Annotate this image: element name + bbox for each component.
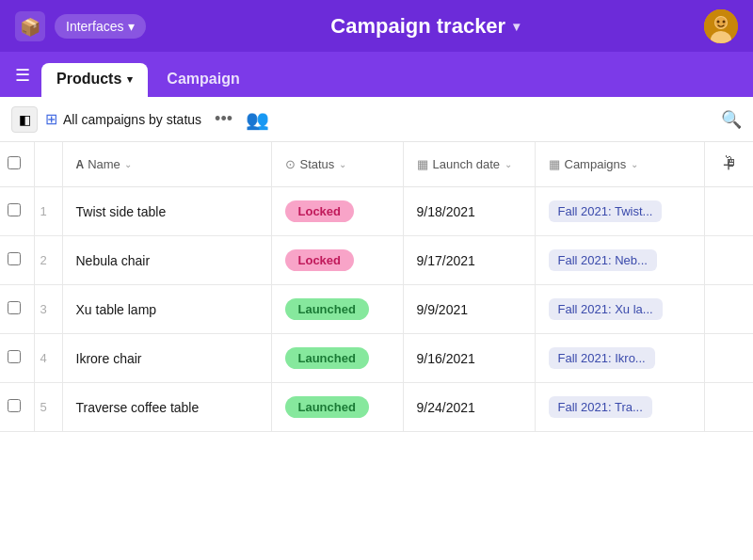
search-icon: 🔍 xyxy=(721,110,742,129)
more-dots-icon: ••• xyxy=(215,109,232,128)
row-number: 1 xyxy=(40,204,47,218)
tab-products-chevron: ▾ xyxy=(127,73,133,86)
launch-date-value: 9/16/2021 xyxy=(417,351,475,366)
campaign-tag: Fall 2021: Ikro... xyxy=(549,347,655,369)
table-row: 2 Nebula chair Locked 9/17/2021 Fall 202… xyxy=(0,236,753,285)
tab-products[interactable]: Products ▾ xyxy=(41,63,148,97)
product-name-cell[interactable]: Ikrore chair xyxy=(62,334,271,383)
status-col-icon: ⊙ xyxy=(285,157,296,171)
row-checkbox-cell xyxy=(0,334,34,383)
toolbar: ◧ ⊞ All campaigns by status ••• 👥 🔍 xyxy=(0,97,753,142)
tab-campaign[interactable]: Campaign xyxy=(152,63,254,97)
product-name-cell[interactable]: Xu table lamp xyxy=(62,285,271,334)
select-all-column xyxy=(0,142,34,187)
more-options-button[interactable]: ••• xyxy=(209,107,238,131)
row-number: 2 xyxy=(40,253,47,267)
row-add-cell xyxy=(704,285,753,334)
campaigns-chevron-icon: ⌄ xyxy=(631,159,638,169)
campaigns-column-header[interactable]: ▦ Campaigns ⌄ xyxy=(535,142,704,187)
name-sort-icon: A xyxy=(76,158,85,171)
status-badge: Locked xyxy=(285,249,355,271)
product-name: Traverse coffee table xyxy=(76,400,200,415)
status-column-header[interactable]: ⊙ Status ⌄ xyxy=(271,142,403,187)
campaign-tag: Fall 2021: Xu la... xyxy=(549,298,663,320)
interfaces-button[interactable]: Interfaces ▾ xyxy=(55,14,146,39)
launch-date-value: 9/24/2021 xyxy=(417,400,475,415)
sidebar-toggle-button[interactable]: ◧ xyxy=(11,106,38,133)
add-column-icon: ＋ xyxy=(719,152,738,177)
launch-date-value: 9/18/2021 xyxy=(417,204,475,219)
date-col-label: Launch date xyxy=(433,157,501,171)
row-number-cell: 4 xyxy=(34,334,62,383)
row-checkbox[interactable] xyxy=(8,252,21,265)
row-checkbox-cell xyxy=(0,285,34,334)
row-checkbox[interactable] xyxy=(8,203,21,216)
title-chevron: ▾ xyxy=(513,19,520,34)
add-column-header: ＋ 🖱 xyxy=(704,142,753,187)
avatar-image xyxy=(704,9,738,43)
hamburger-button[interactable]: ☰ xyxy=(11,57,38,97)
add-column-button[interactable]: ＋ xyxy=(718,152,741,177)
svg-point-6 xyxy=(717,20,720,23)
row-number-cell: 2 xyxy=(34,236,62,285)
status-cell: Launched xyxy=(271,383,403,432)
status-badge: Launched xyxy=(285,396,369,418)
date-chevron-icon: ⌄ xyxy=(505,159,512,169)
tab-campaign-label: Campaign xyxy=(167,71,239,88)
status-chevron-icon: ⌄ xyxy=(339,159,346,169)
group-button[interactable]: 👥 xyxy=(246,108,269,131)
product-name-cell[interactable]: Twist side table xyxy=(62,187,271,236)
svg-text:📦: 📦 xyxy=(20,17,41,38)
select-all-checkbox[interactable] xyxy=(8,156,21,169)
row-number-cell: 3 xyxy=(34,285,62,334)
product-name-cell[interactable]: Traverse coffee table xyxy=(62,383,271,432)
launch-date-cell: 9/18/2021 xyxy=(403,187,535,236)
campaign-cell[interactable]: Fall 2021: Ikro... xyxy=(535,334,704,383)
date-col-icon: ▦ xyxy=(417,157,428,171)
campaign-cell[interactable]: Fall 2021: Neb... xyxy=(535,236,704,285)
row-number: 5 xyxy=(40,400,47,414)
campaigns-col-icon: ▦ xyxy=(549,157,560,171)
campaign-tag: Fall 2021: Tra... xyxy=(549,396,652,418)
data-table: A Name ⌄ ⊙ Status ⌄ ▦ Launch date xyxy=(0,142,753,432)
launch-date-cell: 9/9/2021 xyxy=(403,285,535,334)
search-button[interactable]: 🔍 xyxy=(721,109,742,130)
row-number: 4 xyxy=(40,351,47,365)
row-number: 3 xyxy=(40,302,47,316)
group-icon: 👥 xyxy=(246,109,269,130)
product-name: Nebula chair xyxy=(76,253,151,268)
svg-point-7 xyxy=(723,20,726,23)
view-name: All campaigns by status xyxy=(63,112,201,127)
product-name-cell[interactable]: Nebula chair xyxy=(62,236,271,285)
row-checkbox[interactable] xyxy=(8,350,21,363)
campaigns-col-label: Campaigns xyxy=(565,157,627,171)
launch-date-value: 9/17/2021 xyxy=(417,253,475,268)
row-checkbox[interactable] xyxy=(8,399,21,412)
row-add-cell xyxy=(704,334,753,383)
row-checkbox-cell xyxy=(0,236,34,285)
sidebar-toggle-icon: ◧ xyxy=(19,112,31,127)
row-number-column xyxy=(34,142,62,187)
status-cell: Launched xyxy=(271,334,403,383)
top-bar-left: 📦 Interfaces ▾ xyxy=(15,11,146,41)
launch-date-column-header[interactable]: ▦ Launch date ⌄ xyxy=(403,142,535,187)
launch-date-cell: 9/24/2021 xyxy=(403,383,535,432)
status-badge: Launched xyxy=(285,298,369,320)
row-add-cell xyxy=(704,187,753,236)
campaign-cell[interactable]: Fall 2021: Twist... xyxy=(535,187,704,236)
table-row: 5 Traverse coffee table Launched 9/24/20… xyxy=(0,383,753,432)
avatar[interactable] xyxy=(704,9,738,43)
row-checkbox[interactable] xyxy=(8,301,21,314)
app-title: Campaign tracker ▾ xyxy=(330,14,520,39)
name-column-header[interactable]: A Name ⌄ xyxy=(62,142,271,187)
row-number-cell: 5 xyxy=(34,383,62,432)
row-add-cell xyxy=(704,236,753,285)
status-badge: Launched xyxy=(285,347,369,369)
interfaces-label: Interfaces xyxy=(66,19,123,34)
campaign-tag: Fall 2021: Twist... xyxy=(549,200,663,222)
campaign-cell[interactable]: Fall 2021: Tra... xyxy=(535,383,704,432)
status-cell: Locked xyxy=(271,236,403,285)
status-col-label: Status xyxy=(300,157,335,171)
row-number-cell: 1 xyxy=(34,187,62,236)
campaign-cell[interactable]: Fall 2021: Xu la... xyxy=(535,285,704,334)
